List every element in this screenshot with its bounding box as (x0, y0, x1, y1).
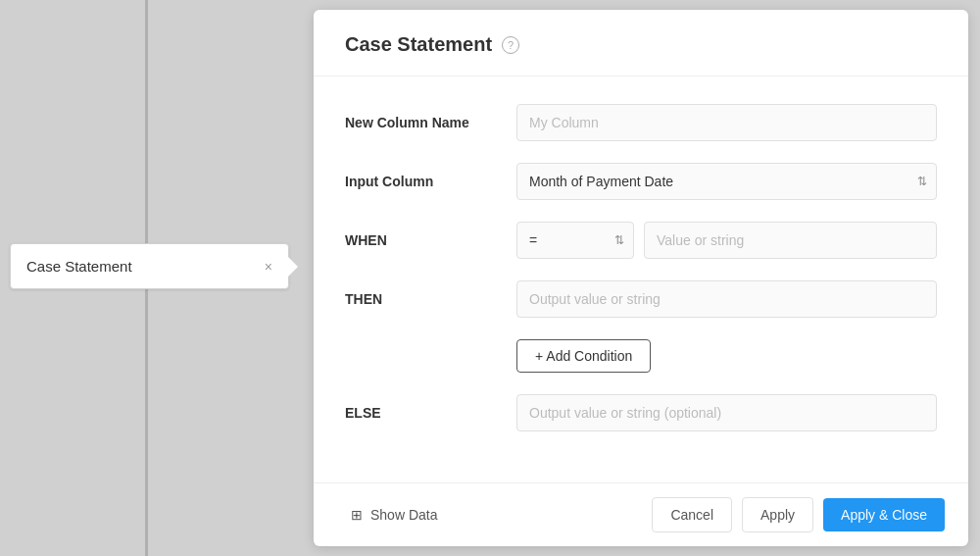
new-column-name-input[interactable] (516, 104, 937, 141)
cancel-button[interactable]: Cancel (652, 497, 732, 532)
when-label: WHEN (345, 232, 516, 248)
left-panel: Case Statement × (0, 0, 304, 556)
apply-close-button[interactable]: Apply & Close (823, 498, 945, 531)
new-column-name-row: New Column Name (345, 104, 937, 141)
when-controls: = != > < >= <= ⇅ (516, 222, 937, 259)
help-icon[interactable]: ? (502, 36, 519, 54)
case-statement-node[interactable]: Case Statement × (10, 243, 289, 289)
else-row: ELSE (345, 394, 937, 431)
dialog-title: Case Statement (345, 33, 492, 56)
else-wrapper (516, 394, 937, 431)
input-column-select[interactable]: Month of Payment Date (516, 163, 937, 200)
then-input[interactable] (516, 280, 937, 318)
else-input[interactable] (516, 394, 937, 431)
node-label: Case Statement (26, 258, 132, 275)
add-condition-row: + Add Condition (345, 339, 937, 373)
add-condition-button[interactable]: + Add Condition (516, 339, 651, 373)
then-label: THEN (345, 291, 516, 307)
else-label: ELSE (345, 405, 516, 421)
when-wrapper: = != > < >= <= ⇅ (516, 222, 937, 259)
table-icon: ⊞ (351, 507, 363, 523)
show-data-button[interactable]: ⊞ Show Data (337, 499, 451, 531)
when-row: WHEN = != > < >= <= ⇅ (345, 222, 937, 259)
new-column-name-wrapper (516, 104, 937, 141)
input-column-label: Input Column (345, 174, 516, 189)
show-data-label: Show Data (370, 507, 437, 523)
when-operator-wrapper: = != > < >= <= ⇅ (516, 222, 634, 259)
dialog-header: Case Statement ? (314, 10, 968, 76)
dialog-body: New Column Name Input Column Month of Pa… (314, 76, 968, 482)
when-operator-select[interactable]: = != > < >= <= (516, 222, 634, 259)
node-close-icon[interactable]: × (265, 260, 272, 274)
apply-button[interactable]: Apply (742, 497, 813, 532)
then-wrapper (516, 280, 937, 318)
input-column-row: Input Column Month of Payment Date ⇅ (345, 163, 937, 200)
dialog-footer: ⊞ Show Data Cancel Apply Apply & Close (314, 482, 968, 546)
add-condition-wrapper: + Add Condition (516, 339, 937, 373)
new-column-name-label: New Column Name (345, 115, 516, 130)
then-row: THEN (345, 280, 937, 318)
footer-right-actions: Cancel Apply Apply & Close (652, 497, 945, 532)
input-column-select-wrapper: Month of Payment Date ⇅ (516, 163, 937, 200)
when-value-input[interactable] (644, 222, 937, 259)
dialog-panel: Case Statement ? New Column Name Input C… (314, 10, 968, 546)
input-column-wrapper: Month of Payment Date ⇅ (516, 163, 937, 200)
